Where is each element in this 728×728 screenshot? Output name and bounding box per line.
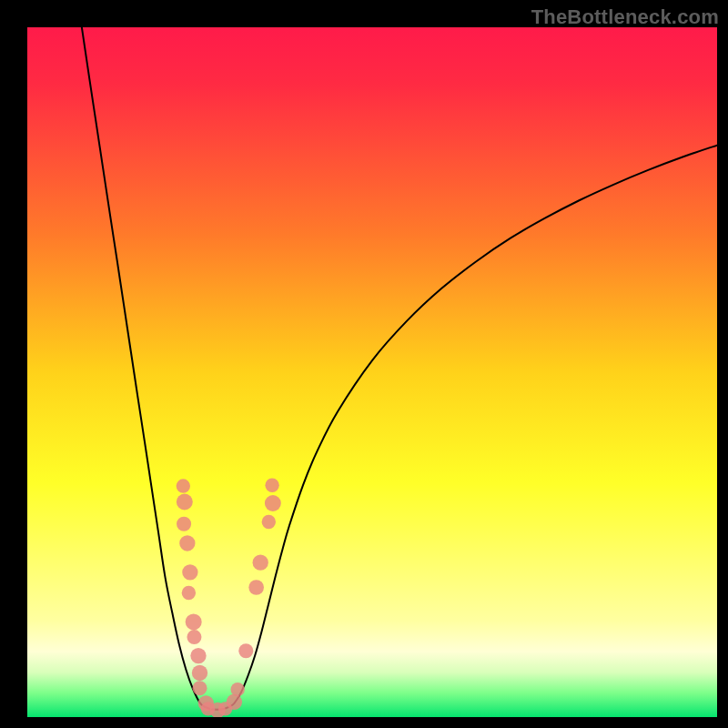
plot-area — [27, 27, 717, 717]
highlight-dot — [192, 681, 207, 695]
highlight-dot — [192, 665, 207, 681]
highlight-dot — [248, 580, 264, 595]
highlight-dot — [262, 515, 276, 529]
highlight-dot — [190, 648, 206, 663]
highlight-dot — [186, 613, 202, 630]
highlight-dot — [177, 494, 193, 511]
highlight-dot — [265, 479, 278, 492]
highlight-dot — [265, 495, 281, 511]
highlight-dot — [182, 586, 196, 600]
highlight-dot — [230, 682, 244, 696]
highlight-dot — [227, 694, 242, 710]
highlight-dot — [238, 643, 253, 658]
highlight-dot — [179, 535, 195, 551]
highlight-dot — [187, 630, 201, 644]
chart-background — [27, 27, 717, 717]
watermark-text: TheBottleneck.com — [531, 5, 719, 29]
highlight-dot — [253, 555, 268, 571]
highlight-dot — [182, 564, 197, 580]
chart-svg — [27, 27, 717, 717]
chart-frame: TheBottleneck.com — [0, 0, 728, 728]
highlight-dot — [177, 479, 190, 492]
highlight-dot — [177, 517, 191, 531]
